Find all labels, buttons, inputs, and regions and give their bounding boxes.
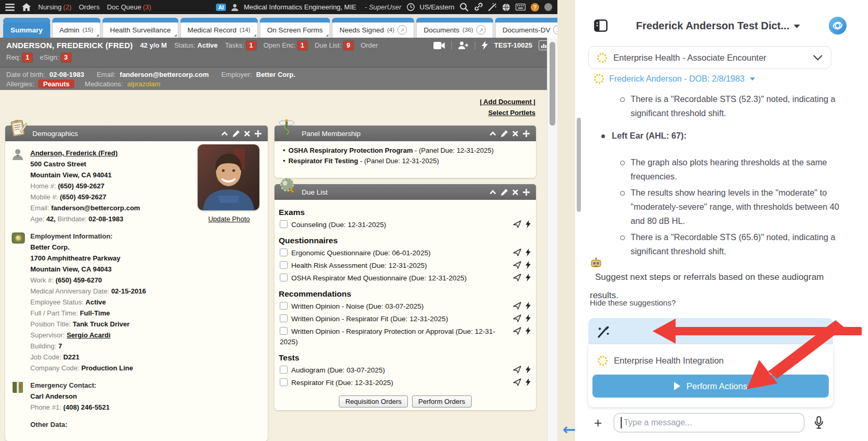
perform-order-bolt-icon[interactable] [526,261,531,269]
patient-name-link[interactable]: Anderson, Frederick (Fred) [30,149,118,157]
link-icon[interactable] [474,3,483,12]
perform-actions-button[interactable]: Perform Actions [592,375,829,398]
edit-pencil-icon[interactable] [233,130,239,137]
add-person-icon[interactable] [458,41,469,49]
requisition-orders-button[interactable]: Requisition Orders [339,395,408,408]
due-item-checkbox[interactable] [280,366,288,374]
edit-pencil-icon[interactable] [501,130,508,137]
patient-id[interactable]: TEST-10025 [494,41,532,49]
home-icon[interactable] [22,3,31,11]
send-order-icon[interactable] [513,302,521,310]
due-list-header[interactable]: Due List [275,184,536,200]
chat-scrollbar-thumb[interactable] [577,118,581,212]
due-item-checkbox[interactable] [280,314,288,322]
external-link-icon[interactable]: ↗ [476,25,486,35]
due-item-checkbox[interactable] [280,274,288,281]
user-avatar-placeholder[interactable] [544,3,552,11]
perform-order-bolt-icon[interactable] [526,314,531,322]
tab-health-surveillance[interactable]: Health Surveillance [102,21,178,38]
send-order-icon[interactable] [513,220,521,228]
perform-order-bolt-icon[interactable] [526,378,531,386]
ai-badge[interactable]: AI [216,4,226,11]
add-attachment-button[interactable]: + [594,416,602,429]
nav-orders[interactable]: Orders [79,3,100,11]
search-icon[interactable] [460,3,469,12]
move-icon[interactable] [523,189,530,196]
move-icon[interactable] [255,130,261,137]
video-visit-icon[interactable] [433,42,445,49]
main-scrollbar-track[interactable] [547,38,558,441]
message-input-box[interactable] [613,413,805,433]
add-document-link[interactable]: | Add Document | [480,98,535,106]
tab-admin[interactable]: Admin(15) [52,21,101,38]
due-item-checkbox[interactable] [280,261,288,269]
tab-needs-signed[interactable]: Needs Signed(4)↗ [332,21,414,38]
menu-icon[interactable] [5,4,15,11]
medication-value[interactable]: alprazolam [127,80,161,88]
allergy-badge[interactable]: Peanuts [38,80,74,88]
send-order-icon[interactable] [513,314,521,322]
perform-order-bolt-icon[interactable] [526,302,531,310]
send-order-icon[interactable] [513,274,521,281]
suggestion-banner[interactable] [588,318,833,344]
sidebar-toggle-icon[interactable] [594,19,608,32]
move-icon[interactable] [523,130,530,137]
req-count-badge[interactable]: 1 [22,53,32,62]
keyboard-icon[interactable] [516,4,526,10]
due-item-checkbox[interactable] [280,220,288,228]
conversation-title[interactable]: Frederick Anderson Test Dict... [608,20,828,32]
collapse-icon[interactable] [489,190,496,195]
edit-pencil-icon[interactable] [501,189,508,196]
tab-documents[interactable]: Documents(36)↗ [416,21,493,38]
nav-nursing[interactable]: Nursing(2) [38,3,72,11]
wand-icon[interactable] [488,3,497,12]
main-scrollbar-thumb[interactable] [550,42,555,126]
select-portlets-link[interactable]: Select Portlets [488,109,535,117]
esign-count-badge[interactable]: 3 [61,53,71,62]
perform-orders-button[interactable]: Perform Orders [412,395,472,408]
patient-context-link[interactable]: Frederick Anderson - DOB: 2/8/1983 [594,74,755,84]
perform-order-bolt-icon[interactable] [526,366,531,374]
timezone-label[interactable]: US/Eastern [420,3,454,11]
perform-order-bolt-icon[interactable] [526,220,531,228]
external-link-icon[interactable]: ↗ [397,25,407,35]
help-icon[interactable]: ? [531,3,539,12]
assistant-avatar[interactable] [828,16,847,35]
message-input[interactable] [623,417,798,428]
close-icon[interactable] [512,131,518,137]
demographics-portlet-header[interactable]: Demographics [5,126,268,141]
due-item-checkbox[interactable] [280,378,288,386]
organization-name[interactable]: Medical Informatics Engineering, MIE [244,3,356,11]
collapse-icon[interactable] [489,131,496,136]
tab-on-screen-forms[interactable]: On Screen Forms [260,21,330,38]
send-order-icon[interactable] [513,248,521,256]
tab-medical-record[interactable]: Medical Record(14) [180,21,258,38]
collapse-panel-arrow[interactable]: ← [563,422,576,437]
due-item-checkbox[interactable] [280,327,288,335]
send-order-icon[interactable] [513,378,521,386]
send-order-icon[interactable] [513,327,521,335]
send-order-icon[interactable] [513,261,521,269]
due-list-count-badge[interactable]: 9 [344,41,353,50]
close-icon[interactable] [244,131,250,137]
suggestion-prompt[interactable]: Suggest next steps or referrals based on… [590,257,844,303]
due-item-checkbox[interactable] [280,248,288,256]
panel-membership-header[interactable]: Panel Membership [275,126,536,141]
microphone-icon[interactable] [814,416,824,429]
send-order-icon[interactable] [513,366,521,374]
encounter-selector[interactable]: Enterprise Health - Associate Encounter [588,46,831,69]
due-item-checkbox[interactable] [280,302,288,310]
collapse-icon[interactable] [221,131,228,136]
tasks-count-badge[interactable]: 1 [246,41,256,50]
globe-icon[interactable] [502,3,510,12]
nav-doc-queue[interactable]: Doc Queue(3) [107,3,151,11]
order-menu[interactable]: Order [361,41,378,49]
perform-order-bolt-icon[interactable] [526,327,531,335]
quick-action-bolt-icon[interactable] [482,41,488,50]
close-icon[interactable] [512,189,518,195]
tab-summary[interactable]: Summary [3,21,50,38]
open-enc-count-badge[interactable]: 1 [298,41,307,50]
perform-order-bolt-icon[interactable] [526,248,531,256]
supervisor-link[interactable]: Sergio Acardi [66,331,110,339]
perform-order-bolt-icon[interactable] [526,274,531,281]
